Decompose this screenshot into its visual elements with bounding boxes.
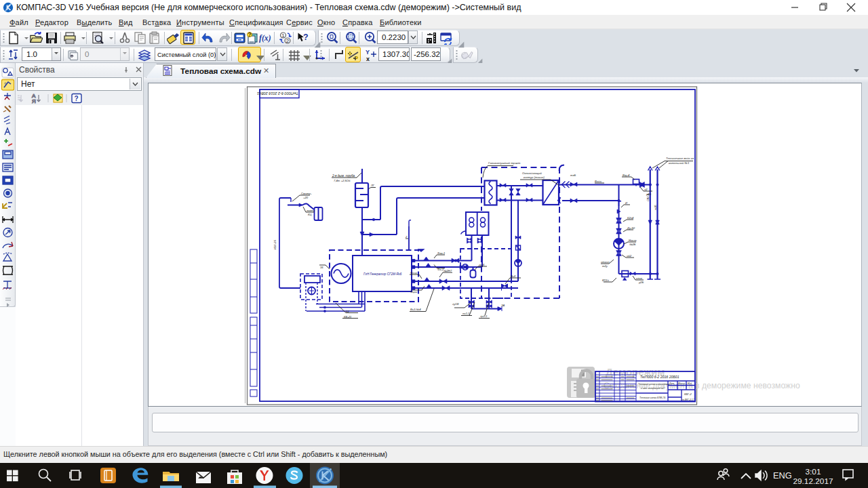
svg-text:1: 1 bbox=[281, 33, 285, 39]
svg-text:ТюП000 6-2 2016 20Б01: ТюП000 6-2 2016 20Б01 bbox=[640, 375, 679, 379]
svg-text:Фции: Фции bbox=[410, 290, 418, 293]
svg-text:др2-1: др2-1 bbox=[480, 314, 488, 318]
svg-text:контур (тосол): контур (тосол) bbox=[524, 176, 545, 179]
svg-text:ВсК: ВсК bbox=[511, 274, 516, 278]
svg-text:Ду-50: Ду-50 bbox=[627, 226, 635, 230]
svg-text:ТюП000 6-2 2016 20Б01: ТюП000 6-2 2016 20Б01 bbox=[257, 92, 298, 96]
svg-text:Охлаждающий: Охлаждающий bbox=[522, 171, 542, 175]
svg-text:др-6: др-6 bbox=[479, 263, 485, 266]
svg-text:отвод: отвод bbox=[601, 260, 610, 264]
svg-text:Фвк-1: Фвк-1 bbox=[437, 251, 445, 255]
svg-text:7,4т +2,5Об: 7,4т +2,5Об bbox=[334, 179, 351, 182]
svg-text:ЗА: ЗА bbox=[501, 304, 505, 307]
svg-text:тзБ: тзБ bbox=[570, 174, 576, 177]
svg-text:слив: слив bbox=[636, 277, 643, 280]
svg-text:2-я дым. труба: 2-я дым. труба bbox=[332, 174, 355, 178]
svg-text:М-б: М-б bbox=[688, 382, 692, 385]
svg-text:ВТ2д: ВТ2д bbox=[602, 279, 609, 282]
svg-text:Тепловая схема 6ЛМ-7Б: Тепловая схема 6ЛМ-7Б bbox=[639, 396, 666, 399]
svg-text:29.12.2017: 29.12.2017 bbox=[793, 476, 833, 486]
svg-text:д2: д2 bbox=[644, 188, 648, 191]
svg-text:КВГ-2: КВГ-2 bbox=[684, 392, 692, 396]
svg-text:т.ВКГ-2.17: т.ВКГ-2.17 bbox=[682, 399, 694, 401]
svg-text:3:01: 3:01 bbox=[806, 467, 821, 476]
svg-text:т2у: т2у bbox=[602, 264, 608, 268]
svg-text:Газовоздушный тракт: Газовоздушный тракт bbox=[488, 161, 521, 165]
svg-text:И30-25: И30-25 bbox=[273, 240, 277, 249]
svg-text:па1-1: па1-1 bbox=[462, 312, 470, 315]
svg-text:Взу-4: Взу-4 bbox=[623, 174, 630, 177]
svg-text:№2Н7: №2Н7 bbox=[443, 269, 452, 272]
svg-text:16: 16 bbox=[320, 266, 323, 269]
svg-text:СВ2-4: СВ2-4 bbox=[647, 194, 650, 201]
svg-text:ГлН Генератор СГ2М-Яv6: ГлН Генератор СГ2М-Яv6 bbox=[363, 272, 402, 276]
svg-text:т2Б: т2Б bbox=[654, 205, 657, 210]
svg-text:КЦ: КЦ bbox=[308, 213, 312, 216]
svg-text:№2Б: №2Б bbox=[629, 243, 636, 246]
svg-text:ENG: ENG bbox=[773, 470, 792, 481]
svg-text:Вода: Вода bbox=[595, 180, 601, 183]
svg-text:?: ? bbox=[75, 95, 79, 102]
svg-text:ду1В: ду1В bbox=[452, 302, 459, 306]
svg-text:Лит: Лит bbox=[669, 382, 674, 385]
svg-text:об2: об2 bbox=[627, 254, 632, 258]
svg-text:Тепловая схема энергоблока: Тепловая схема энергоблока bbox=[638, 383, 669, 386]
svg-text:Я: Я bbox=[32, 98, 36, 104]
svg-text:К2н4: К2н4 bbox=[627, 216, 634, 220]
svg-text:К2: К2 bbox=[346, 310, 349, 313]
svg-text:ЛГ: ЛГ bbox=[370, 184, 375, 187]
svg-text:лампа: лампа bbox=[306, 209, 315, 212]
svg-text:2: 2 bbox=[286, 38, 290, 44]
svg-text:+20: +20 bbox=[303, 196, 309, 199]
svg-text:Фхов: Фхов bbox=[410, 271, 418, 274]
svg-text:Масса: Масса bbox=[678, 382, 685, 385]
svg-text:?: ? bbox=[303, 33, 309, 42]
svg-text:у2Б: у2Б bbox=[638, 281, 644, 284]
svg-text:с авт. котельной №1: с авт. котельной №1 bbox=[641, 387, 665, 390]
svg-text:Смотр-: Смотр- bbox=[301, 192, 312, 195]
svg-text:Техническая вода из: Техническая вода из bbox=[666, 157, 694, 160]
svg-text:котельной №1: котельной №1 bbox=[669, 161, 690, 165]
svg-text:И: И bbox=[625, 201, 627, 205]
svg-text:x: x bbox=[366, 56, 370, 62]
svg-text:?: ? bbox=[248, 31, 252, 38]
svg-text:КВ-21: КВ-21 bbox=[344, 315, 351, 319]
svg-text:Насос: Насос bbox=[629, 239, 637, 242]
svg-text:Вс2-№4: Вс2-№4 bbox=[410, 308, 421, 311]
svg-text:f(x): f(x) bbox=[259, 33, 271, 43]
svg-text:Y: Y bbox=[366, 49, 370, 56]
